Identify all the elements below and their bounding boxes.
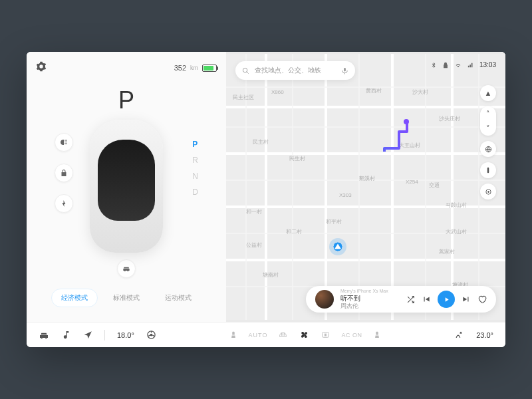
- destination-marker: [404, 119, 409, 124]
- svg-text:民主村: 民主村: [253, 139, 269, 145]
- gear-indicator: P: [36, 86, 217, 114]
- svg-text:大王山村: 大王山村: [399, 142, 420, 148]
- mode-standard[interactable]: 标准模式: [103, 289, 150, 307]
- music-app-icon[interactable]: [61, 330, 71, 340]
- clock: 13:03: [479, 61, 496, 68]
- voice-icon[interactable]: [341, 67, 348, 74]
- svg-text:X303: X303: [339, 192, 352, 198]
- drive-modes: 经济模式 标准模式 运动模式: [36, 289, 217, 307]
- svg-point-28: [150, 334, 152, 336]
- seat-heat-left-icon[interactable]: [229, 331, 238, 340]
- compass-button[interactable]: ▲: [480, 85, 496, 101]
- car-app-icon[interactable]: [39, 330, 49, 340]
- current-location-marker: [329, 238, 346, 255]
- steering-heat-icon[interactable]: [146, 330, 156, 340]
- vehicle-panel: 352 km P P R N: [27, 52, 226, 322]
- wifi-icon: [454, 62, 462, 68]
- search-bar[interactable]: 查找地点、公交、地铁: [235, 61, 355, 80]
- layers-button[interactable]: [480, 141, 496, 157]
- car-illustration: [90, 120, 163, 253]
- music-player: Merry's iPhone Xs Max 听不到 周杰伦: [306, 286, 496, 313]
- fan-icon[interactable]: [299, 329, 310, 340]
- svg-text:蒿家村: 蒿家村: [439, 249, 455, 255]
- shuffle-button[interactable]: [406, 295, 415, 304]
- svg-text:和平村: 和平村: [326, 219, 342, 225]
- lock-status-icon: [442, 62, 449, 68]
- track-info: Merry's iPhone Xs Max 听不到 周杰伦: [340, 288, 388, 311]
- svg-rect-24: [487, 168, 489, 173]
- svg-text:公益村: 公益村: [246, 242, 262, 248]
- ac-button[interactable]: AC ON: [341, 332, 362, 338]
- traffic-button[interactable]: [480, 162, 496, 178]
- front-defrost-icon[interactable]: [278, 330, 288, 340]
- svg-text:沙大村: 沙大村: [412, 89, 428, 95]
- charge-button[interactable]: [55, 194, 73, 213]
- nav-app-icon[interactable]: [83, 331, 92, 340]
- auto-button[interactable]: AUTO: [249, 332, 268, 338]
- signal-icon: [467, 62, 474, 68]
- search-placeholder: 查找地点、公交、地铁: [255, 66, 321, 75]
- svg-point-26: [487, 191, 489, 192]
- svg-text:马鞍山村: 马鞍山村: [446, 202, 467, 208]
- right-temp[interactable]: 23.0°: [476, 331, 493, 339]
- battery-icon: [202, 65, 217, 72]
- prev-button[interactable]: [422, 295, 431, 304]
- zoom-out-icon: ˅: [486, 124, 490, 133]
- svg-text:交通: 交通: [429, 182, 440, 188]
- status-bar: 13:03: [430, 61, 496, 68]
- headlights-button[interactable]: [55, 133, 73, 152]
- svg-point-22: [243, 68, 247, 72]
- svg-text:和二村: 和二村: [286, 229, 302, 235]
- gear-selector[interactable]: P R N D: [192, 140, 198, 197]
- mode-eco[interactable]: 经济模式: [51, 289, 98, 307]
- svg-text:鹅溪村: 鹅溪村: [359, 176, 375, 182]
- svg-text:大武山村: 大武山村: [446, 229, 467, 235]
- trunk-button[interactable]: [117, 259, 136, 278]
- svg-rect-0: [226, 54, 505, 320]
- rear-defrost-icon[interactable]: [321, 330, 331, 340]
- airflow-icon[interactable]: [454, 330, 464, 340]
- left-temp[interactable]: 18.0°: [117, 331, 134, 339]
- favorite-button[interactable]: [477, 295, 487, 304]
- bluetooth-icon: [430, 62, 437, 68]
- svg-text:塘南村: 塘南村: [262, 272, 279, 278]
- mode-sport[interactable]: 运动模式: [155, 289, 201, 307]
- settings-icon[interactable]: [36, 61, 47, 74]
- bottom-bar: 18.0° AUTO AC ON 23.0°: [27, 322, 505, 347]
- map-canvas[interactable]: 民主社区X860 民主村民生村 和一村和二村 公益村塘南村 沙大村沙头庄村 大王…: [226, 52, 505, 322]
- svg-text:黄西村: 黄西村: [366, 88, 382, 94]
- map-panel[interactable]: 民主社区X860 民主村民生村 和一村和二村 公益村塘南村 沙大村沙头庄村 大王…: [226, 52, 505, 322]
- lock-button[interactable]: [55, 164, 73, 182]
- zoom-in-icon: ˄: [486, 110, 490, 118]
- svg-text:X254: X254: [406, 179, 418, 185]
- svg-text:民主社区: 民主社区: [233, 94, 254, 100]
- play-button[interactable]: [438, 291, 455, 308]
- svg-text:X860: X860: [271, 89, 284, 95]
- seat-heat-right-icon[interactable]: [372, 331, 382, 340]
- album-art[interactable]: [315, 290, 334, 309]
- svg-text:民生村: 民生村: [289, 156, 305, 162]
- svg-text:和一村: 和一村: [246, 209, 262, 215]
- locate-button[interactable]: [480, 184, 496, 200]
- range-display: 352 km: [174, 64, 217, 72]
- svg-text:沙头庄村: 沙头庄村: [439, 116, 460, 122]
- zoom-control[interactable]: ˄˅: [480, 106, 496, 136]
- next-button[interactable]: [462, 295, 471, 304]
